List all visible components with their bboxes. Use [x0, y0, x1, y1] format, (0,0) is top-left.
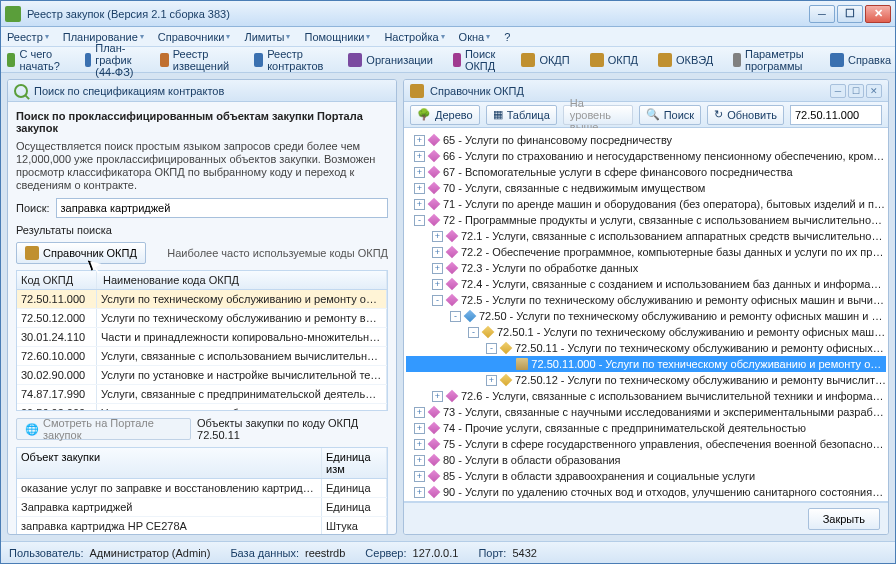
level-up-button[interactable]: На уровень выше: [563, 105, 633, 125]
toolbar-окдп[interactable]: ОКДП: [521, 53, 569, 67]
expander-icon[interactable]: +: [414, 423, 425, 434]
expander-icon[interactable]: +: [414, 167, 425, 178]
expander-icon[interactable]: +: [432, 231, 443, 242]
toolbar-реестр-извещений[interactable]: Реестр извещений: [160, 48, 234, 72]
tree-node[interactable]: 72.50.11.000 - Услуги по техническому об…: [406, 356, 886, 372]
tree-node[interactable]: +72.4 - Услуги, связанные с созданием и …: [406, 276, 886, 292]
tree-node[interactable]: +73 - Услуги, связанные с научными иссле…: [406, 404, 886, 420]
tree-node[interactable]: +66 - Услуги по страхованию и негосударс…: [406, 148, 886, 164]
object-row[interactable]: оказание услуг по заправке и восстановле…: [17, 479, 387, 498]
expander-icon[interactable]: +: [432, 263, 443, 274]
maximize-button[interactable]: ☐: [837, 5, 863, 23]
app-window: Реестр закупок (Версия 2.1 сборка 383) ─…: [0, 0, 896, 564]
expander-icon[interactable]: +: [414, 199, 425, 210]
result-row[interactable]: 72.50.11.000Услуги по техническому обслу…: [17, 290, 387, 309]
expander-icon[interactable]: +: [414, 183, 425, 194]
tree-node[interactable]: +72.50.12 - Услуги по техническому обслу…: [406, 372, 886, 388]
pink-icon: [446, 262, 459, 275]
close-window-button[interactable]: ✕: [865, 5, 891, 23]
view-on-portal-button[interactable]: 🌐 Смотреть на Портале закупок: [16, 418, 191, 440]
toolbar-параметры-программы[interactable]: Параметры программы: [733, 48, 810, 72]
search-button[interactable]: 🔍Поиск: [639, 105, 701, 125]
tree-node[interactable]: +72.1 - Услуги, связанные с использовани…: [406, 228, 886, 244]
col-unit-header[interactable]: Единица изм: [322, 448, 387, 478]
result-row[interactable]: 74.87.17.990Услуги, связанные с предприн…: [17, 385, 387, 404]
expander-icon[interactable]: +: [414, 135, 425, 146]
menu-?[interactable]: ?: [504, 31, 510, 43]
result-row[interactable]: 30.01.24.110Части и принадлежности копир…: [17, 328, 387, 347]
status-port-value: 5432: [512, 547, 536, 559]
expander-icon[interactable]: -: [450, 311, 461, 322]
tree-node[interactable]: +75 - Услуги в сфере государственного уп…: [406, 436, 886, 452]
expander-icon[interactable]: +: [414, 407, 425, 418]
result-row[interactable]: 72.60.10.000Услуги, связанные с использо…: [17, 347, 387, 366]
refresh-button[interactable]: ↻Обновить: [707, 105, 784, 125]
col-code-header[interactable]: Код ОКПД: [17, 271, 97, 289]
tree-node[interactable]: +72.3 - Услуги по обработке данных: [406, 260, 886, 276]
table-view-button[interactable]: ▦Таблица: [486, 105, 557, 125]
pink-icon: [446, 230, 459, 243]
tree-node[interactable]: -72.50 - Услуги по техническому обслужив…: [406, 308, 886, 324]
tree-node[interactable]: +80 - Услуги в области образования: [406, 452, 886, 468]
result-row[interactable]: 30.02.90.000Услуги по установке и настро…: [17, 366, 387, 385]
menu-настройка[interactable]: Настройка ▾: [384, 31, 444, 43]
tree-node[interactable]: +67 - Вспомогательные услуги в сфере фин…: [406, 164, 886, 180]
expander-icon[interactable]: +: [432, 279, 443, 290]
status-db-label: База данных:: [230, 547, 299, 559]
expander-icon[interactable]: -: [432, 295, 443, 306]
expander-icon[interactable]: +: [432, 391, 443, 402]
result-row[interactable]: 29.56.92.000Услуги по техническому обслу…: [17, 404, 387, 410]
menu-помощники[interactable]: Помощники ▾: [304, 31, 370, 43]
toolbar-окпд[interactable]: ОКПД: [590, 53, 638, 67]
menu-окна[interactable]: Окна ▾: [459, 31, 491, 43]
panel-maximize-button[interactable]: ☐: [848, 84, 864, 98]
tree-node[interactable]: +74 - Прочие услуги, связанные с предпри…: [406, 420, 886, 436]
close-button[interactable]: Закрыть: [808, 508, 880, 530]
tree-node[interactable]: -72.50.1 - Услуги по техническому обслуж…: [406, 324, 886, 340]
expander-icon[interactable]: -: [414, 215, 425, 226]
toolbar-справка[interactable]: Справка: [830, 53, 891, 67]
toolbar-с-чего-начать?[interactable]: С чего начать?: [7, 48, 65, 72]
refresh-icon: ↻: [714, 108, 723, 121]
panel-close-button[interactable]: ✕: [866, 84, 882, 98]
tree-node[interactable]: +72.2 - Обеспечение программное, компьют…: [406, 244, 886, 260]
expander-icon[interactable]: +: [414, 455, 425, 466]
tree-node[interactable]: +71 - Услуги по аренде машин и оборудова…: [406, 196, 886, 212]
toolbar-поиск-окпд[interactable]: Поиск ОКПД: [453, 48, 501, 72]
tree-node[interactable]: +90 - Услуги по удалению сточных вод и о…: [406, 484, 886, 500]
yellow-icon: [500, 342, 513, 355]
object-row[interactable]: заправка картриджа HP CE278AШтука: [17, 517, 387, 534]
code-input[interactable]: [790, 105, 882, 125]
panel-minimize-button[interactable]: ─: [830, 84, 846, 98]
tree-node[interactable]: -72.50.11 - Услуги по техническому обслу…: [406, 340, 886, 356]
tree-node[interactable]: -72 - Программные продукты и услуги, свя…: [406, 212, 886, 228]
col-name-header[interactable]: Наименование кода ОКПД: [99, 271, 387, 289]
minimize-button[interactable]: ─: [809, 5, 835, 23]
tree-node[interactable]: +85 - Услуги в области здравоохранения и…: [406, 468, 886, 484]
tree-node[interactable]: +70 - Услуги, связанные с недвижимым иму…: [406, 180, 886, 196]
expander-icon[interactable]: +: [486, 375, 497, 386]
menu-лимиты[interactable]: Лимиты ▾: [244, 31, 290, 43]
expander-icon[interactable]: +: [432, 247, 443, 258]
expander-icon[interactable]: +: [414, 471, 425, 482]
expander-icon[interactable]: +: [414, 487, 425, 498]
tree-node[interactable]: +72.6 - Услуги, связанные с использовани…: [406, 388, 886, 404]
toolbar-организации[interactable]: Организации: [348, 53, 433, 67]
spravochnik-okpd-button[interactable]: Справочник ОКПД: [16, 242, 146, 264]
toolbar-оквэд[interactable]: ОКВЭД: [658, 53, 713, 67]
okpd-tree[interactable]: +65 - Услуги по финансовому посредничест…: [404, 128, 888, 502]
expander-icon[interactable]: +: [414, 439, 425, 450]
tree-node[interactable]: -72.5 - Услуги по техническому обслужива…: [406, 292, 886, 308]
result-row[interactable]: 72.50.12.000Услуги по техническому обслу…: [17, 309, 387, 328]
menu-реестр[interactable]: Реестр ▾: [7, 31, 49, 43]
search-input[interactable]: [56, 198, 388, 218]
expander-icon[interactable]: +: [414, 151, 425, 162]
menu-справочники[interactable]: Справочники ▾: [158, 31, 231, 43]
toolbar-реестр-контрактов[interactable]: Реестр контрактов: [254, 48, 328, 72]
col-object-header[interactable]: Объект закупки: [17, 448, 322, 478]
expander-icon[interactable]: -: [468, 327, 479, 338]
tree-node[interactable]: +65 - Услуги по финансовому посредничест…: [406, 132, 886, 148]
tree-view-button[interactable]: 🌳Дерево: [410, 105, 480, 125]
expander-icon[interactable]: -: [486, 343, 497, 354]
object-row[interactable]: Заправка картриджейЕдиница: [17, 498, 387, 517]
